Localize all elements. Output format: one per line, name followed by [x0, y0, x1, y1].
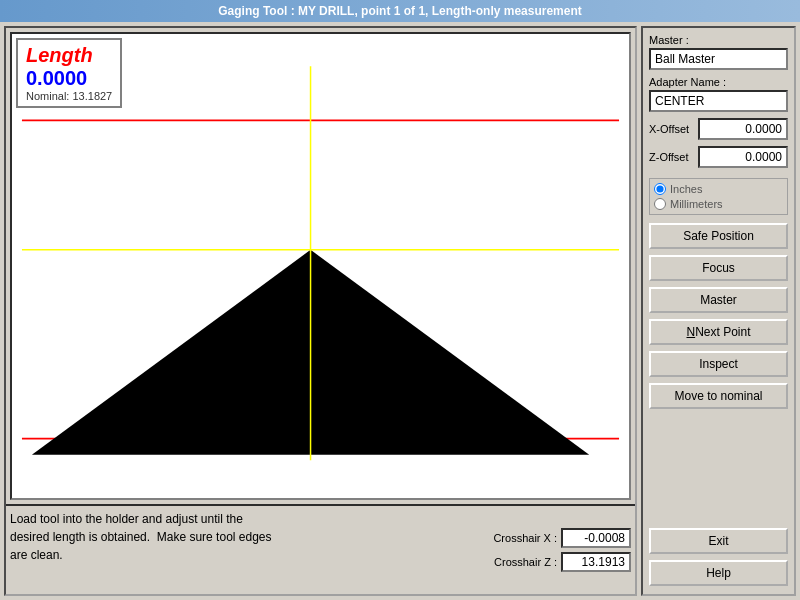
- crosshair-z-value: 13.1913: [561, 552, 631, 572]
- crosshair-x-label: Crosshair X :: [487, 532, 557, 544]
- master-group: Master : Ball Master: [649, 34, 788, 70]
- title-text: Gaging Tool : MY DRILL, point 1 of 1, Le…: [218, 4, 582, 18]
- mm-radio-row[interactable]: Millimeters: [654, 198, 783, 210]
- x-offset-label: X-Offset: [649, 123, 694, 135]
- nominal-value: Nominal: 13.1827: [26, 90, 112, 102]
- z-offset-value: 0.0000: [698, 146, 788, 168]
- crosshair-panel: Crosshair X : -0.0008 Crosshair Z : 13.1…: [487, 510, 631, 590]
- mm-label: Millimeters: [670, 198, 723, 210]
- crosshair-x-row: Crosshair X : -0.0008: [487, 528, 631, 548]
- length-display: Length 0.0000 Nominal: 13.1827: [16, 38, 122, 108]
- left-panel: Length 0.0000 Nominal: 13.1827: [4, 26, 637, 596]
- adapter-label: Adapter Name :: [649, 76, 788, 88]
- master-label: Master :: [649, 34, 788, 46]
- bottom-buttons: Exit Help: [649, 528, 788, 588]
- mm-radio[interactable]: [654, 198, 666, 210]
- z-offset-row: Z-Offset 0.0000: [649, 146, 788, 168]
- crosshair-z-label: Crosshair Z :: [487, 556, 557, 568]
- length-value: 0.0000: [26, 67, 112, 90]
- next-point-label: NNext PointNext Point: [686, 325, 750, 339]
- title-bar: Gaging Tool : MY DRILL, point 1 of 1, Le…: [0, 0, 800, 22]
- help-button[interactable]: Help: [649, 560, 788, 586]
- inspect-button[interactable]: Inspect: [649, 351, 788, 377]
- right-panel: Master : Ball Master Adapter Name : CENT…: [641, 26, 796, 596]
- status-bar: Load tool into the holder and adjust unt…: [6, 504, 635, 594]
- move-nominal-button[interactable]: Move to nominal: [649, 383, 788, 409]
- focus-button[interactable]: Focus: [649, 255, 788, 281]
- x-offset-row: X-Offset 0.0000: [649, 118, 788, 140]
- safe-position-button[interactable]: Safe Position: [649, 223, 788, 249]
- crosshair-x-value: -0.0008: [561, 528, 631, 548]
- canvas-area: Length 0.0000 Nominal: 13.1827: [10, 32, 631, 500]
- inches-radio[interactable]: [654, 183, 666, 195]
- inches-radio-row[interactable]: Inches: [654, 183, 783, 195]
- z-offset-label: Z-Offset: [649, 151, 694, 163]
- master-button[interactable]: Master: [649, 287, 788, 313]
- master-value: Ball Master: [649, 48, 788, 70]
- nominal-label: Nominal:: [26, 90, 69, 102]
- status-message: Load tool into the holder and adjust unt…: [10, 510, 479, 590]
- nominal-number: 13.1827: [72, 90, 112, 102]
- inches-label: Inches: [670, 183, 702, 195]
- main-container: Length 0.0000 Nominal: 13.1827: [0, 22, 800, 600]
- adapter-group: Adapter Name : CENTER: [649, 76, 788, 112]
- crosshair-z-row: Crosshair Z : 13.1913: [487, 552, 631, 572]
- exit-button[interactable]: Exit: [649, 528, 788, 554]
- x-offset-value: 0.0000: [698, 118, 788, 140]
- next-point-button[interactable]: NNext PointNext Point: [649, 319, 788, 345]
- adapter-value: CENTER: [649, 90, 788, 112]
- units-radio-group: Inches Millimeters: [649, 178, 788, 215]
- length-label: Length: [26, 44, 112, 67]
